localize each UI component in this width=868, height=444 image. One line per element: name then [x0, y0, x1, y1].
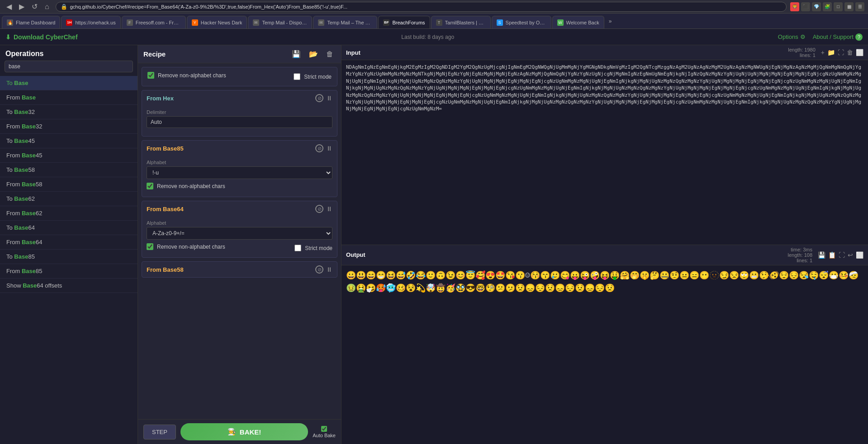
sidebar-item-from-base[interactable]: From Base — [0, 90, 138, 105]
sidebar-item-to-base58[interactable]: To Base58 — [0, 163, 138, 177]
options-label: Options — [778, 33, 798, 40]
from-hex-delimiter-input[interactable] — [147, 116, 332, 128]
tab-speedtest[interactable]: S Speedtest by Oookla... — [492, 16, 551, 28]
sidebar-item-to-base64[interactable]: To Base64 — [0, 221, 138, 235]
app-title-link[interactable]: ⬇ Download CyberChef — [5, 33, 78, 41]
from-hex-disable-button[interactable]: ⊘ — [315, 94, 323, 102]
recipe-save-button[interactable]: 💾 — [289, 49, 303, 59]
sidebar-item-to-base45[interactable]: To Base45 — [0, 134, 138, 148]
tab-hn[interactable]: Y Hacker News Dark — [187, 16, 247, 28]
strict-mode-row-1: Strict mode — [294, 73, 332, 80]
from-base64-alphabet-label: Alphabet — [147, 220, 332, 226]
sidebar-item-from-base85[interactable]: From Base85 — [0, 264, 138, 279]
refresh-button[interactable]: ↺ — [29, 1, 40, 12]
tab-label-freesoff: Freesoff.com - Free... — [136, 20, 181, 25]
tab-flame[interactable]: 🔥 Flame Dashboard — [2, 16, 60, 28]
tab-tempmail1[interactable]: ✉ Temp Mail - Dispos... — [248, 16, 312, 28]
tab-onehack[interactable]: 1H https://onehack.us — [61, 16, 120, 28]
sidebar-item-to-base62[interactable]: To Base62 — [0, 192, 138, 206]
from-base64-remove-nonalpha-checkbox[interactable] — [147, 243, 153, 250]
ext4-icon[interactable]: □ — [834, 2, 843, 11]
strict-mode-checkbox-2[interactable] — [294, 245, 301, 251]
sidebar-item-from-base58[interactable]: From Base58 — [0, 177, 138, 192]
output-stats-time: time: 3ms — [788, 247, 812, 252]
recipe-card-from-base58-title: From Base58 — [147, 266, 184, 273]
from-hex-header-buttons: ⊘ ⏸ — [315, 94, 332, 102]
tab-freesoff[interactable]: F Freesoff.com - Free... — [122, 16, 186, 28]
auto-bake-checkbox[interactable] — [321, 426, 327, 432]
output-save-button[interactable]: 💾 — [818, 251, 825, 259]
sidebar-item-from-base64[interactable]: From Base64 — [0, 235, 138, 250]
sidebar-item-to-base[interactable]: To Base — [0, 76, 138, 90]
from-base64-alphabet-select[interactable]: A-Za-z0-9+/= — [147, 227, 332, 240]
from-base85-remove-nonalpha-row: Remove non-alphabet chars — [147, 183, 332, 189]
remove-nonalpha-checkbox[interactable] — [147, 72, 154, 79]
address-text: gchq.github.io/CyberChef/#recipe=From_Ba… — [70, 4, 347, 9]
forward-button[interactable]: ▶ — [16, 1, 27, 12]
output-undo-button[interactable]: ↩ — [848, 251, 853, 259]
tab-favicon-hn: Y — [192, 19, 198, 26]
input-content[interactable]: NDAgNmIgNzEgNmEgNjkgM2EgMzIgM2QgNDIgM2Yg… — [342, 60, 868, 245]
remove-nonalpha-row: Remove non-alphabet chars — [147, 72, 226, 79]
input-title: Input — [346, 49, 360, 56]
sidebar-item-from-base45[interactable]: From Base45 — [0, 148, 138, 163]
strict-mode-checkbox-1[interactable] — [294, 73, 300, 80]
download-icon: ⬇ — [5, 33, 11, 41]
tab-breachforums[interactable]: BF BreachForums — [378, 16, 430, 28]
tab-favicon-breachforums: BF — [383, 19, 389, 26]
output-copy-button[interactable]: 📋 — [828, 251, 836, 259]
from-base58-disable-button[interactable]: ⊘ — [315, 265, 323, 274]
header-actions: Options ⚙ About / Support ? — [778, 33, 863, 41]
sidebar-item-from-base62[interactable]: From Base62 — [0, 206, 138, 221]
address-bar[interactable]: 🔒 gchq.github.io/CyberChef/#recipe=From_… — [56, 2, 787, 12]
ext2-icon[interactable]: 💎 — [812, 2, 821, 11]
input-maximise-button[interactable]: ⬜ — [856, 49, 863, 56]
bake-label: BAKE! — [240, 428, 261, 436]
sidebar-item-to-base85[interactable]: To Base85 — [0, 250, 138, 264]
recipe-card-from-base85-body: Alphabet !-u Remove non-alphabet chars — [142, 156, 337, 197]
from-base64-pause-button[interactable]: ⏸ — [326, 205, 332, 213]
from-base85-remove-nonalpha-checkbox[interactable] — [147, 183, 153, 189]
output-maximise-button[interactable]: ⬜ — [856, 251, 863, 259]
from-base85-disable-button[interactable]: ⊘ — [315, 144, 323, 152]
strict-mode-row-2: Strict mode — [294, 245, 332, 251]
sidebar-item-to-base32[interactable]: To Base32 — [0, 105, 138, 119]
from-base85-remove-nonalpha-label: Remove non-alphabet chars — [157, 183, 225, 189]
support-button[interactable]: About / Support ? — [813, 33, 863, 41]
browser-chrome: ◀ ▶ ↺ ⌂ 🔒 gchq.github.io/CyberChef/#reci… — [0, 0, 868, 14]
input-clear-button[interactable]: 🗑 — [847, 49, 853, 56]
tab-favicon-tempmail1: ✉ — [253, 19, 259, 26]
back-button[interactable]: ◀ — [4, 1, 14, 12]
browser-extensions: 🦁 ⬛ 💎 🧩 □ ▦ ☰ — [790, 2, 864, 11]
menu-icon[interactable]: ☰ — [855, 2, 864, 11]
home-button[interactable]: ⌂ — [42, 1, 52, 12]
tab-welcome[interactable]: W Welcome Back — [552, 16, 604, 28]
sidebar-item-show-base64-offsets[interactable]: Show Base64 offsets — [0, 279, 138, 293]
options-button[interactable]: Options ⚙ — [778, 33, 806, 40]
brave-icon[interactable]: 🦁 — [790, 2, 799, 11]
tab-tamilblasters[interactable]: T TamilBlasters | Lates... — [431, 16, 491, 28]
step-button[interactable]: STEP — [143, 425, 176, 439]
recipe-card-from-base64: From Base64 ⊘ ⏸ Alphabet A-Za-z0-9+/= — [142, 201, 337, 258]
tab-tempmail2[interactable]: ✉ Temp Mail – The Be... — [313, 16, 377, 28]
search-input[interactable] — [5, 61, 133, 72]
output-fullscreen-button[interactable]: ⛶ — [839, 251, 845, 259]
from-base85-pause-button[interactable]: ⏸ — [326, 144, 332, 152]
ext1-icon[interactable]: ⬛ — [801, 2, 810, 11]
from-base64-disable-button[interactable]: ⊘ — [315, 205, 323, 213]
tabs-more-button[interactable]: » — [605, 18, 616, 24]
recipe-card-from-base85-header: From Base85 ⊘ ⏸ — [142, 141, 337, 156]
sidebar-label-to-base62: To Base62 — [6, 195, 35, 202]
bake-button[interactable]: 👨‍🍳 BAKE! — [180, 423, 308, 440]
recipe-clear-button[interactable]: 🗑 — [324, 49, 336, 59]
recipe-open-button[interactable]: 📂 — [307, 49, 320, 59]
input-open-button[interactable]: 📁 — [827, 49, 835, 56]
ext5-icon[interactable]: ▦ — [844, 2, 854, 11]
from-hex-pause-button[interactable]: ⏸ — [326, 94, 332, 102]
ext3-icon[interactable]: 🧩 — [823, 2, 832, 11]
from-base58-pause-button[interactable]: ⏸ — [326, 265, 332, 274]
input-add-button[interactable]: + — [821, 49, 825, 56]
sidebar-item-from-base32[interactable]: From Base32 — [0, 119, 138, 134]
from-base85-alphabet-select[interactable]: !-u — [147, 166, 332, 179]
input-fullscreen-button[interactable]: ⛶ — [838, 49, 844, 56]
